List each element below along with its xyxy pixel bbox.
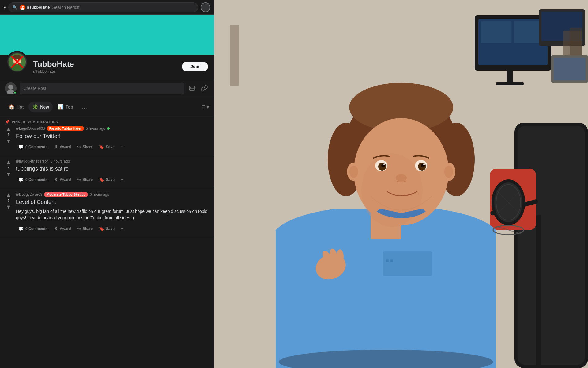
subreddit-header: TubboHate r/TubboHate Join: [0, 55, 214, 79]
svg-point-48: [383, 163, 385, 165]
view-toggle-button[interactable]: ⊟ ▾: [201, 104, 209, 110]
sort-new-label: New: [40, 105, 49, 109]
award-icon-post3: 🎖: [54, 226, 58, 231]
award-label-post1: Award: [60, 145, 71, 149]
comment-icon-post1: 💬: [18, 144, 24, 149]
post-actions-post3: 💬 0 Comments 🎖 Award ↪ Share 🔖: [16, 224, 209, 233]
share-label-post2: Share: [83, 178, 93, 182]
post-flair-post3: Moderate Tubbo Skeptic: [44, 192, 88, 197]
post-author-post1[interactable]: u/LegalGoose803: [16, 126, 45, 131]
more-button-post2[interactable]: ···: [118, 175, 127, 184]
post-title-post1[interactable]: Follow our Twitter!: [16, 133, 209, 140]
sort-more-button[interactable]: …: [78, 101, 91, 113]
comment-count-post2: 0 Comments: [25, 178, 47, 182]
award-button-post3[interactable]: 🎖 Award: [51, 224, 73, 233]
more-button-post3[interactable]: ···: [118, 224, 127, 233]
award-icon-post1: 🎖: [54, 144, 58, 149]
image-upload-icon[interactable]: [187, 83, 197, 93]
subreddit-avatar-icon: [20, 5, 25, 10]
share-button-post1[interactable]: ↪ Share: [75, 143, 95, 151]
award-label-post2: Award: [60, 178, 71, 182]
online-indicator-post1: [107, 127, 110, 130]
pinned-label: 📌 PINNED BY MODERATORS: [5, 120, 209, 124]
save-icon-post2: 🔖: [99, 177, 104, 182]
subreddit-link: r/TubboHate: [33, 69, 177, 74]
hot-icon: 🏠: [9, 104, 15, 110]
sort-top-button[interactable]: 📊 Top: [54, 102, 77, 112]
online-dot-indicator: [13, 91, 17, 94]
post-author-post3[interactable]: u/DodgyDave69: [16, 192, 42, 197]
sort-new-button[interactable]: ✳️ New: [28, 102, 53, 112]
save-label-post2: Save: [106, 178, 115, 182]
comments-button-post3[interactable]: 💬 0 Comments: [16, 224, 50, 233]
svg-rect-25: [230, 25, 239, 86]
create-post-bar: [0, 79, 214, 98]
post-title-post2[interactable]: tubblings this is satire: [16, 165, 209, 172]
save-button-post3[interactable]: 🔖 Save: [96, 224, 117, 233]
post-actions-post2: 💬 0 Comments 🎖 Award ↪ Share 🔖: [16, 175, 209, 184]
save-button-post2[interactable]: 🔖 Save: [96, 175, 117, 184]
svg-point-1: [22, 6, 24, 8]
more-button-post1[interactable]: ···: [118, 142, 127, 151]
vote-column-post3: ▲ 3 ▼: [5, 192, 12, 233]
post-meta-post3: u/DodgyDave69 Moderate Tubbo Skeptic 6 h…: [16, 192, 209, 197]
award-button-post1[interactable]: 🎖 Award: [51, 143, 73, 151]
reddit-panel: ▾ 🔍 r/TubboHate Search Reddit: [0, 0, 214, 368]
comments-button-post1[interactable]: 💬 0 Comments: [16, 143, 50, 151]
upvote-post3[interactable]: ▲: [6, 192, 11, 197]
view-compact-icon: ⊟: [201, 104, 206, 110]
downvote-post1[interactable]: ▼: [6, 138, 11, 144]
share-button-post3[interactable]: ↪ Share: [75, 224, 95, 233]
svg-point-35: [336, 249, 344, 265]
top-icon: 📊: [58, 104, 64, 110]
pinned-by-label: PINNED BY MODERATORS: [12, 120, 58, 124]
upvote-post1[interactable]: ▲: [6, 126, 11, 132]
post-2: ▲ 6 ▼ u/frauggletheperson 6 hours ago tu…: [0, 155, 214, 188]
sort-top-label: Top: [66, 105, 73, 109]
downvote-post3[interactable]: ▼: [6, 204, 11, 210]
chevron-down-icon[interactable]: ▾: [4, 5, 6, 10]
pin-icon: 📌: [5, 120, 10, 124]
comment-icon-post3: 💬: [18, 226, 24, 231]
svg-rect-14: [189, 86, 195, 90]
upvote-post2[interactable]: ▲: [6, 159, 11, 165]
vote-column-post2: ▲ 6 ▼: [5, 159, 12, 184]
svg-point-49: [423, 163, 425, 165]
top-bar: ▾ 🔍 r/TubboHate Search Reddit: [0, 0, 214, 15]
svg-rect-55: [536, 215, 541, 368]
award-label-post3: Award: [60, 227, 71, 231]
subreddit-info: TubboHate r/TubboHate: [33, 59, 177, 74]
share-icon-post2: ↪: [77, 177, 81, 182]
search-bar[interactable]: 🔍 r/TubboHate Search Reddit: [8, 2, 198, 12]
share-icon-post3: ↪: [77, 226, 81, 231]
svg-point-52: [349, 166, 358, 178]
award-icon-post2: 🎖: [54, 177, 58, 182]
comments-button-post2[interactable]: 💬 0 Comments: [16, 175, 50, 184]
user-avatar-icon[interactable]: [201, 2, 210, 12]
post-flair-post1: Fanatic Tubbo Hater: [47, 126, 84, 131]
sort-hot-button[interactable]: 🏠 Hot: [5, 102, 27, 112]
subreddit-banner: [0, 15, 214, 55]
save-button-post1[interactable]: 🔖 Save: [96, 143, 117, 151]
subreddit-name-label: r/TubboHate: [27, 5, 50, 10]
post-title-post3[interactable]: Level of Content: [16, 199, 209, 206]
sort-bar: 🏠 Hot ✳️ New 📊 Top … ⊟ ▾: [0, 98, 214, 116]
vote-count-post3: 3: [8, 199, 10, 203]
share-button-post2[interactable]: ↪ Share: [75, 175, 95, 184]
post-author-post2[interactable]: u/frauggletheperson: [16, 159, 49, 163]
svg-rect-19: [481, 21, 511, 43]
post-meta-post2: u/frauggletheperson 6 hours ago: [16, 159, 209, 163]
join-button[interactable]: Join: [182, 62, 208, 71]
user-avatar-create: [5, 82, 17, 94]
post-pinned: 📌 PINNED BY MODERATORS ▲ 1 ▼ u/LegalGoos…: [0, 116, 214, 155]
post-body-post3: Hey guys, big fan of all the new traffic…: [16, 208, 209, 221]
create-post-input[interactable]: [20, 83, 184, 94]
link-icon[interactable]: [199, 83, 209, 93]
downvote-post2[interactable]: ▼: [6, 171, 11, 177]
award-button-post2[interactable]: 🎖 Award: [51, 175, 73, 184]
vote-count-post2: 6: [8, 166, 10, 170]
svg-rect-30: [383, 251, 432, 276]
view-chevron-icon: ▾: [206, 104, 209, 110]
post-time-post1: 5 hours ago: [86, 126, 105, 131]
svg-point-50: [396, 174, 407, 182]
